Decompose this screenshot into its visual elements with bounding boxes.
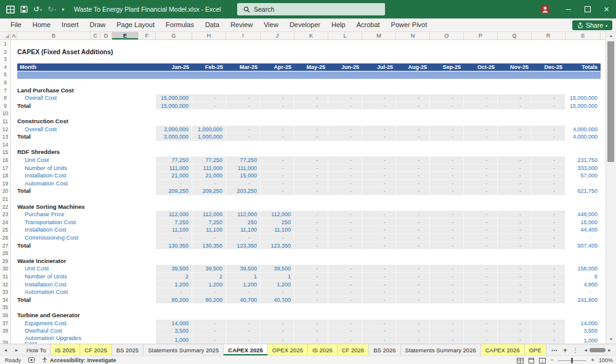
row-header-26[interactable]: 26 <box>0 234 10 242</box>
data-cell[interactable]: 1,000 <box>156 335 192 344</box>
normal-view-icon[interactable] <box>517 358 524 363</box>
section-label-cell[interactable]: Waste Sorting Machines <box>17 203 84 211</box>
totals-cell[interactable]: 4,800 <box>565 281 601 289</box>
data-cell[interactable]: - <box>362 265 396 273</box>
column-header-M[interactable]: M <box>362 32 396 39</box>
line-item-label-cell[interactable]: Overall Cost <box>25 94 57 102</box>
ribbon-tab-insert[interactable]: Insert <box>56 18 84 31</box>
data-cell[interactable]: 77,250 <box>192 156 226 164</box>
data-cell[interactable]: - <box>532 219 565 227</box>
section-label-cell[interactable]: Turbine and Generator <box>17 312 80 320</box>
column-header-G[interactable]: G <box>156 32 192 39</box>
row-header-39[interactable]: 39 <box>0 335 10 344</box>
data-cell[interactable]: - <box>532 320 565 328</box>
data-cell[interactable]: - <box>226 94 261 102</box>
data-cell[interactable]: - <box>498 234 532 242</box>
data-cell[interactable]: - <box>498 156 532 164</box>
data-cell[interactable]: - <box>261 102 294 110</box>
data-cell[interactable]: - <box>464 335 498 344</box>
data-cell[interactable]: - <box>362 94 396 102</box>
data-cell[interactable]: - <box>396 288 430 296</box>
data-cell[interactable]: - <box>396 133 430 141</box>
data-cell[interactable]: - <box>430 296 464 304</box>
data-cell[interactable]: - <box>396 327 430 335</box>
data-cell[interactable]: 2 <box>156 273 192 281</box>
data-cell[interactable]: 111,000 <box>226 164 261 172</box>
totals-cell[interactable]: 448,000 <box>565 211 601 219</box>
data-cell[interactable]: - <box>464 102 498 110</box>
data-cell[interactable]: - <box>294 164 328 172</box>
row-header-17[interactable]: 17 <box>0 164 10 172</box>
data-cell[interactable]: - <box>362 288 396 296</box>
data-cell[interactable]: 14,000 <box>156 320 192 328</box>
data-cell[interactable]: - <box>532 296 565 304</box>
data-cell[interactable]: - <box>294 187 328 195</box>
data-cell[interactable]: - <box>396 156 430 164</box>
data-cell[interactable]: - <box>532 102 565 110</box>
data-cell[interactable]: - <box>192 320 226 328</box>
data-cell[interactable]: - <box>464 273 498 281</box>
data-cell[interactable]: - <box>294 219 328 227</box>
data-cell[interactable]: 80,200 <box>156 296 192 304</box>
month-header-may-25[interactable]: May-25 <box>294 63 328 71</box>
month-header-nov-25[interactable]: Nov-25 <box>498 63 532 71</box>
ribbon-tab-help[interactable]: Help <box>326 18 351 31</box>
line-item-label-cell[interactable]: Overall Cost <box>25 126 57 134</box>
column-header-P[interactable]: P <box>464 32 498 39</box>
data-cell[interactable]: - <box>294 226 328 234</box>
total-label-cell[interactable]: Total <box>17 296 31 304</box>
data-cell[interactable]: 1 <box>226 273 261 281</box>
data-cell[interactable]: - <box>430 187 464 195</box>
data-cell[interactable]: - <box>430 288 464 296</box>
totals-cell[interactable]: 241,800 <box>565 296 601 304</box>
data-cell[interactable]: - <box>396 102 430 110</box>
zoom-in-button[interactable]: + <box>591 356 594 364</box>
data-cell[interactable]: - <box>261 234 294 242</box>
data-cell[interactable]: - <box>226 126 261 134</box>
data-cell[interactable]: 130,350 <box>192 242 226 250</box>
data-cell[interactable]: - <box>532 172 565 180</box>
data-cell[interactable]: - <box>192 335 226 344</box>
macro-record-icon[interactable] <box>28 357 34 363</box>
redo-caret-icon[interactable]: ▾ <box>54 7 56 12</box>
line-item-label-cell[interactable]: Automation Cost <box>25 180 68 188</box>
data-cell[interactable]: - <box>532 211 565 219</box>
row-header-18[interactable]: 18 <box>0 172 10 180</box>
data-cell[interactable]: - <box>430 133 464 141</box>
data-cell[interactable]: - <box>328 335 362 344</box>
data-cell[interactable]: 39,500 <box>156 265 192 273</box>
data-cell[interactable]: - <box>498 164 532 172</box>
data-cell[interactable]: 1 <box>261 273 294 281</box>
data-cell[interactable]: - <box>464 164 498 172</box>
data-cell[interactable]: - <box>294 180 328 188</box>
data-cell[interactable]: 2 <box>192 273 226 281</box>
data-cell[interactable]: - <box>498 126 532 134</box>
hscroll-left-icon[interactable]: ◄ <box>583 348 588 352</box>
month-header-feb-25[interactable]: Feb-25 <box>192 63 226 71</box>
data-cell[interactable]: - <box>328 156 362 164</box>
section-label-cell[interactable]: Waste Incinerator <box>17 257 66 265</box>
data-cell[interactable]: 15,000,000 <box>156 102 192 110</box>
data-cell[interactable]: - <box>430 234 464 242</box>
data-cell[interactable]: - <box>362 234 396 242</box>
data-cell[interactable]: - <box>430 320 464 328</box>
data-cell[interactable]: 1,200 <box>226 281 261 289</box>
data-cell[interactable]: - <box>261 187 294 195</box>
data-cell[interactable]: - <box>261 126 294 134</box>
row-header-4[interactable]: 4 <box>0 63 10 71</box>
sheet-tab-statements-summary-2026[interactable]: Statements Summary 2026 <box>401 344 481 355</box>
column-header-I[interactable]: I <box>226 32 261 39</box>
data-cell[interactable]: - <box>498 281 532 289</box>
data-cell[interactable]: - <box>294 172 328 180</box>
ribbon-tab-draw[interactable]: Draw <box>84 18 111 31</box>
data-cell[interactable]: - <box>294 242 328 250</box>
ribbon-tab-home[interactable]: Home <box>27 18 56 31</box>
line-item-label-cell[interactable]: Installation Cost <box>25 281 67 289</box>
vertical-scrollbar-thumb[interactable] <box>607 41 614 162</box>
data-cell[interactable]: 11,100 <box>192 226 226 234</box>
data-cell[interactable]: 39,500 <box>226 265 261 273</box>
row-header-10[interactable]: 10 <box>0 110 10 118</box>
totals-cell[interactable]: 57,000 <box>565 172 601 180</box>
month-header-apr-25[interactable]: Apr-25 <box>261 63 294 71</box>
column-header-O[interactable]: O <box>430 32 464 39</box>
